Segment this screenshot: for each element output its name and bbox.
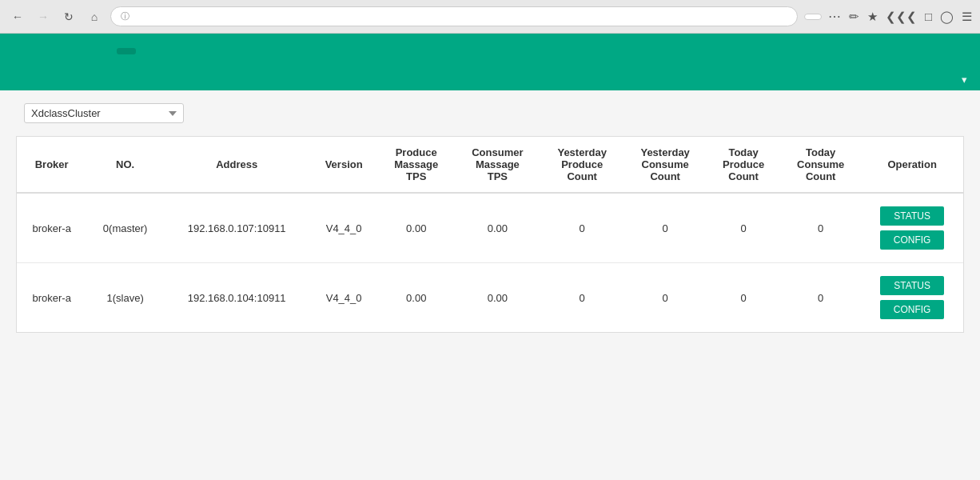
nav-message[interactable] (270, 48, 289, 54)
cell-consumer-tps: 0.00 (455, 193, 541, 263)
zoom-badge (804, 14, 822, 20)
col-yesterday-produce: YesterdayProduceCount (540, 137, 623, 193)
nav-consumer[interactable] (193, 48, 213, 54)
main-content: XdclassCluster Broker NO. Address Versio… (0, 90, 980, 346)
lock-icon: ⓘ (121, 10, 129, 22)
cell-produce-tps: 0.00 (378, 193, 455, 263)
cluster-select[interactable]: XdclassCluster (24, 103, 184, 123)
table-row: broker-a 0(master) 192.168.0.107:10911 V… (17, 193, 963, 263)
cell-broker: broker-a (17, 263, 86, 333)
nav-row2 (13, 69, 967, 90)
cell-yesterday-consume: 0 (623, 263, 707, 333)
col-no: NO. (86, 137, 164, 193)
change-language[interactable] (962, 74, 967, 86)
table-header-row: Broker NO. Address Version ProduceMassag… (17, 137, 963, 193)
cell-address: 192.168.0.104:10911 (164, 263, 309, 333)
user-icon: ◯ (940, 10, 954, 24)
shield-icon: ✏ (849, 10, 859, 24)
broker-table-wrapper: Broker NO. Address Version ProduceMassag… (16, 136, 964, 333)
cell-version: V4_4_0 (309, 193, 378, 263)
cell-today-produce: 0 (707, 263, 780, 333)
col-consumer-tps: ConsumerMassageTPS (455, 137, 541, 193)
cell-yesterday-produce: 0 (540, 263, 623, 333)
config-button-0[interactable]: CONFIG (880, 230, 944, 250)
nav-ops[interactable] (40, 48, 59, 54)
col-operation: Operation (861, 137, 963, 193)
star-icon: ★ (867, 10, 878, 24)
cell-address: 192.168.0.107:10911 (164, 193, 309, 263)
cell-no: 0(master) (86, 193, 164, 263)
cell-operation: STATUS CONFIG (861, 193, 963, 263)
col-yesterday-consume: YesterdayConsumeCount (623, 137, 707, 193)
cell-today-produce: 0 (707, 193, 780, 263)
home-button[interactable]: ⌂ (85, 7, 104, 26)
cell-yesterday-produce: 0 (540, 193, 623, 263)
cell-today-consume: 0 (780, 263, 861, 333)
col-broker: Broker (17, 137, 86, 193)
cell-no: 1(slave) (86, 263, 164, 333)
cell-yesterday-consume: 0 (623, 193, 707, 263)
nav-topic[interactable] (155, 48, 174, 54)
top-nav (0, 34, 980, 90)
cell-version: V4_4_0 (309, 263, 378, 333)
nav-producer[interactable] (232, 48, 251, 54)
col-today-consume: TodayConsumeCount (780, 137, 861, 193)
col-version: Version (309, 137, 378, 193)
reload-button[interactable]: ↻ (59, 7, 78, 26)
browser-chrome: ← → ↻ ⌂ ⓘ ⋯ ✏ ★ ❮❮❮ □ ◯ ☰ (0, 0, 980, 34)
status-button-1[interactable]: STATUS (880, 276, 944, 295)
config-button-1[interactable]: CONFIG (880, 300, 944, 319)
address-bar[interactable]: ⓘ (110, 6, 798, 26)
more-options-icon[interactable]: ⋯ (828, 9, 843, 24)
nav-dashboard[interactable] (78, 48, 98, 54)
back-button[interactable]: ← (8, 7, 27, 26)
menu-icon: ☰ (962, 10, 972, 24)
col-today-produce: TodayProduceCount (707, 137, 780, 193)
grid-icon: □ (925, 10, 932, 23)
col-produce-tps: ProduceMassageTPS (378, 137, 455, 193)
nav-cluster[interactable] (117, 48, 136, 54)
table-row: broker-a 1(slave) 192.168.0.104:10911 V4… (17, 263, 963, 333)
cluster-row: XdclassCluster (16, 103, 964, 123)
col-address: Address (164, 137, 309, 193)
browser-icons: ✏ ★ ❮❮❮ □ ◯ ☰ (849, 10, 972, 24)
cell-consumer-tps: 0.00 (455, 263, 541, 333)
cell-broker: broker-a (17, 193, 86, 263)
cell-operation: STATUS CONFIG (861, 263, 963, 333)
cell-produce-tps: 0.00 (378, 263, 455, 333)
forward-button[interactable]: → (34, 7, 53, 26)
broker-table: Broker NO. Address Version ProduceMassag… (17, 137, 963, 332)
status-button-0[interactable]: STATUS (880, 206, 944, 226)
cell-today-consume: 0 (780, 193, 861, 263)
nav-row (13, 34, 967, 69)
nav-messagetrace[interactable] (309, 48, 328, 54)
sidebar-icon: ❮❮❮ (886, 10, 917, 24)
